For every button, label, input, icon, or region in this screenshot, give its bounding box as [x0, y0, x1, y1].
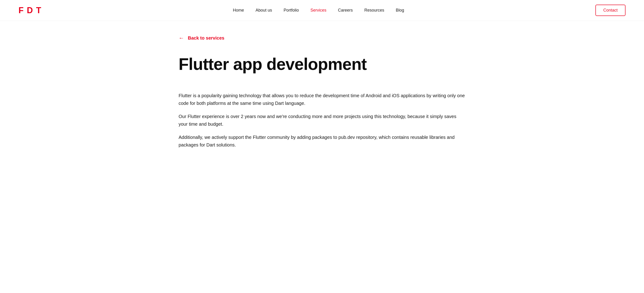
content-paragraph-3: Additionally, we actively support the Fl…	[178, 134, 466, 149]
back-link-label: Back to services	[188, 36, 224, 41]
nav-link-blog[interactable]: Blog	[396, 8, 404, 13]
content-section: Flutter is a popularity gaining technolo…	[178, 92, 466, 154]
logo-text: F D T	[18, 6, 42, 15]
nav-link-resources[interactable]: Resources	[364, 8, 384, 13]
content-paragraph-2: Our Flutter experience is over 2 years n…	[178, 113, 466, 128]
nav-link-about-us[interactable]: About us	[256, 8, 272, 13]
site-header: F D T HomeAbout usPortfolioServicesCaree…	[0, 0, 644, 21]
logo[interactable]: F D T	[18, 6, 42, 15]
nav-link-home[interactable]: Home	[233, 8, 244, 13]
main-content: ← Back to services Flutter app developme…	[160, 21, 484, 168]
contact-button[interactable]: Contact	[596, 5, 626, 16]
back-to-services-link[interactable]: ← Back to services	[178, 35, 466, 41]
page-title: Flutter app development	[178, 55, 466, 73]
back-arrow-icon: ←	[178, 35, 184, 41]
nav-link-services[interactable]: Services	[310, 8, 326, 13]
nav-link-portfolio[interactable]: Portfolio	[284, 8, 299, 13]
nav-link-careers[interactable]: Careers	[338, 8, 353, 13]
main-nav: HomeAbout usPortfolioServicesCareersReso…	[233, 8, 404, 13]
content-paragraph-1: Flutter is a popularity gaining technolo…	[178, 92, 466, 107]
